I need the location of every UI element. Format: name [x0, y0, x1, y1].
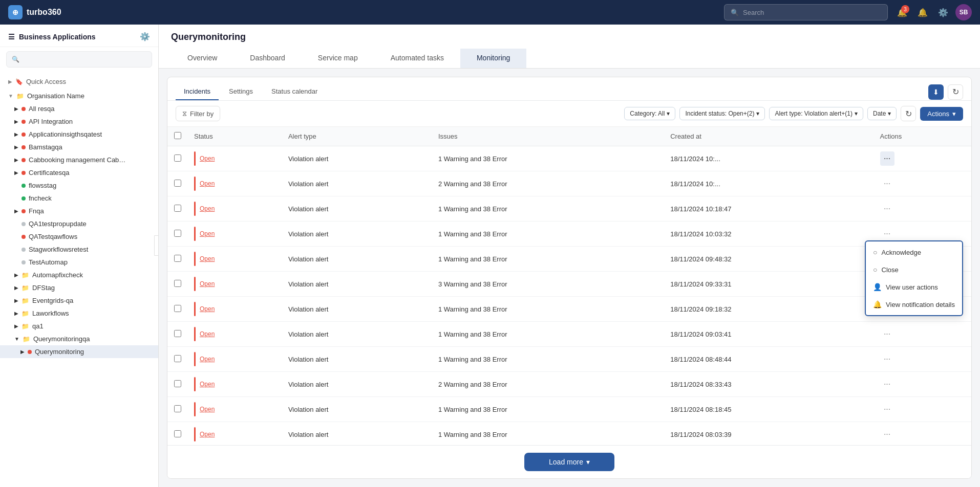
avatar[interactable]: SB — [955, 4, 972, 20]
row-checkbox-cell[interactable] — [167, 397, 188, 422]
collapse-sidebar-button[interactable]: ‹ — [154, 235, 159, 256]
sidebar-search[interactable]: 🔍 — [6, 51, 152, 68]
status-open-link[interactable]: Open — [200, 330, 215, 338]
sidebar-item-flowsstag[interactable]: ▶ flowsstag — [0, 179, 158, 192]
row-more-button[interactable]: ··· — [880, 402, 894, 416]
sidebar-item-automapfix[interactable]: ▶ 📁 Automapfixcheck — [0, 269, 158, 281]
status-open-link[interactable]: Open — [200, 230, 215, 237]
alert-type-filter[interactable]: Alert type: Violation alert+(1) ▾ — [769, 107, 863, 120]
alerts-button[interactable]: 🔔 — [914, 4, 931, 20]
row-more-button[interactable]: ··· — [880, 377, 894, 391]
refresh-button[interactable]: ↻ — [948, 84, 963, 100]
quick-access-item[interactable]: ▶ 🔖 Quick Access — [0, 74, 158, 90]
row-checkbox-cell[interactable] — [167, 272, 188, 297]
row-checkbox[interactable] — [174, 330, 181, 337]
settings-button[interactable]: ⚙️ — [935, 4, 951, 20]
sidebar-item-querymonitoring[interactable]: ▶ Querymonitoring — [0, 345, 158, 358]
row-checkbox[interactable] — [174, 280, 181, 287]
status-open-link[interactable]: Open — [200, 255, 215, 262]
sidebar-item-allresqa[interactable]: ▶ All resqa — [0, 102, 158, 115]
sidebar-item-lawork[interactable]: ▶ 📁 Laworkflows — [0, 307, 158, 320]
tab-servicemap[interactable]: Service map — [302, 49, 374, 68]
row-more-button[interactable]: ··· — [880, 352, 894, 366]
status-open-link[interactable]: Open — [200, 431, 215, 438]
sidebar-item-api[interactable]: ▶ API Integration — [0, 115, 158, 128]
row-checkbox-cell[interactable] — [167, 297, 188, 322]
row-more-button[interactable]: ··· — [880, 151, 894, 166]
sidebar-item-appinsight[interactable]: ▶ Applicationinsigthsqatest — [0, 128, 158, 141]
sidebar-item-bamstagqa[interactable]: ▶ Bamstagqa — [0, 141, 158, 153]
tab-statuscalendar[interactable]: Status calendar — [263, 83, 326, 100]
row-checkbox-cell[interactable] — [167, 422, 188, 446]
row-checkbox[interactable] — [174, 430, 181, 437]
tab-settings[interactable]: Settings — [221, 83, 261, 100]
sidebar-item-qa1test[interactable]: ▶ QA1testpropupdate — [0, 217, 158, 230]
row-more-button[interactable]: ··· — [880, 227, 894, 241]
sidebar-item-fncheck[interactable]: ▶ fncheck — [0, 192, 158, 205]
row-more-button[interactable]: ··· — [880, 327, 894, 341]
sidebar-item-qatestqa[interactable]: ▶ QATestqawflows — [0, 230, 158, 243]
row-checkbox-cell[interactable] — [167, 322, 188, 347]
row-checkbox[interactable] — [174, 380, 181, 387]
sidebar-item-querymonqa[interactable]: ▼ 📁 Querymonitoringqa — [0, 333, 158, 345]
row-checkbox[interactable] — [174, 255, 181, 262]
sidebar-item-certsqa[interactable]: ▶ Certificatesqa — [0, 166, 158, 179]
row-checkbox-cell[interactable] — [167, 347, 188, 372]
row-checkbox-cell[interactable] — [167, 146, 188, 171]
sidebar-item-org[interactable]: ▼ 📁 Organisation Name — [0, 90, 158, 102]
context-menu-view-user-actions[interactable]: 👤 View user actions — [866, 278, 962, 296]
sidebar-item-cabbooking[interactable]: ▶ Cabbooking management Cabbooking mana — [0, 153, 158, 166]
sidebar-item-dfstag[interactable]: ▶ 📁 DFStag — [0, 281, 158, 294]
row-more-button[interactable]: ··· — [880, 176, 894, 191]
row-checkbox[interactable] — [174, 230, 181, 237]
sidebar-item-stagwork[interactable]: ▶ Stagworkflowsretest — [0, 243, 158, 256]
sidebar-settings-icon[interactable]: ⚙️ — [140, 32, 150, 41]
tab-incidents[interactable]: Incidents — [176, 83, 219, 100]
status-open-link[interactable]: Open — [200, 356, 215, 363]
category-filter[interactable]: Category: All ▾ — [624, 107, 675, 120]
filter-refresh-button[interactable]: ↻ — [901, 106, 916, 121]
row-checkbox-cell[interactable] — [167, 196, 188, 222]
row-checkbox[interactable] — [174, 305, 181, 312]
status-open-link[interactable]: Open — [200, 180, 215, 187]
row-checkbox-cell[interactable] — [167, 222, 188, 247]
incident-status-filter[interactable]: Incident status: Open+(2) ▾ — [679, 107, 765, 120]
date-filter[interactable]: Date ▾ — [867, 107, 897, 120]
status-open-link[interactable]: Open — [200, 280, 215, 287]
status-open-link[interactable]: Open — [200, 406, 215, 413]
row-checkbox[interactable] — [174, 205, 181, 212]
notifications-bell-button[interactable]: 🔔 3 — [894, 4, 910, 20]
row-checkbox[interactable] — [174, 154, 181, 162]
sidebar-item-qa1[interactable]: ▶ 📁 qa1 — [0, 320, 158, 333]
row-checkbox[interactable] — [174, 355, 181, 362]
status-open-link[interactable]: Open — [200, 305, 215, 313]
status-open-link[interactable]: Open — [200, 381, 215, 388]
row-checkbox-cell[interactable] — [167, 372, 188, 397]
row-checkbox-cell[interactable] — [167, 247, 188, 272]
tab-overview[interactable]: Overview — [171, 49, 233, 68]
filter-by-button[interactable]: ⧖ Filter by — [176, 106, 220, 121]
download-button[interactable]: ⬇ — [928, 84, 944, 100]
row-checkbox[interactable] — [174, 405, 181, 412]
actions-button[interactable]: Actions ▾ — [920, 107, 963, 121]
sidebar-item-fnqa[interactable]: ▶ Fnqa — [0, 205, 158, 217]
context-menu-acknowledge[interactable]: ○ Acknowledge — [866, 243, 962, 261]
status-open-link[interactable]: Open — [200, 155, 215, 162]
row-checkbox[interactable] — [174, 180, 181, 187]
context-menu-close[interactable]: ○ Close — [866, 261, 962, 278]
context-menu-view-notification[interactable]: 🔔 View notification details — [866, 296, 962, 313]
select-all-checkbox[interactable] — [174, 132, 181, 139]
row-more-button[interactable]: ··· — [880, 427, 894, 441]
tab-monitoring[interactable]: Monitoring — [460, 49, 526, 68]
status-open-link[interactable]: Open — [200, 205, 215, 212]
select-all-header[interactable] — [167, 127, 188, 146]
tab-automatedtasks[interactable]: Automated tasks — [374, 49, 460, 68]
sidebar-item-testauto[interactable]: ▶ TestAutomap — [0, 256, 158, 269]
tab-dashboard[interactable]: Dashboard — [233, 49, 302, 68]
app-logo[interactable]: ⊕ turbo360 — [8, 5, 61, 19]
load-more-button[interactable]: Load more ▾ — [524, 453, 614, 471]
search-bar[interactable]: 🔍 Search — [724, 4, 888, 20]
row-more-button[interactable]: ··· — [880, 202, 894, 216]
row-checkbox-cell[interactable] — [167, 171, 188, 196]
sidebar-item-eventgrid[interactable]: ▶ 📁 Eventgrids-qa — [0, 294, 158, 307]
